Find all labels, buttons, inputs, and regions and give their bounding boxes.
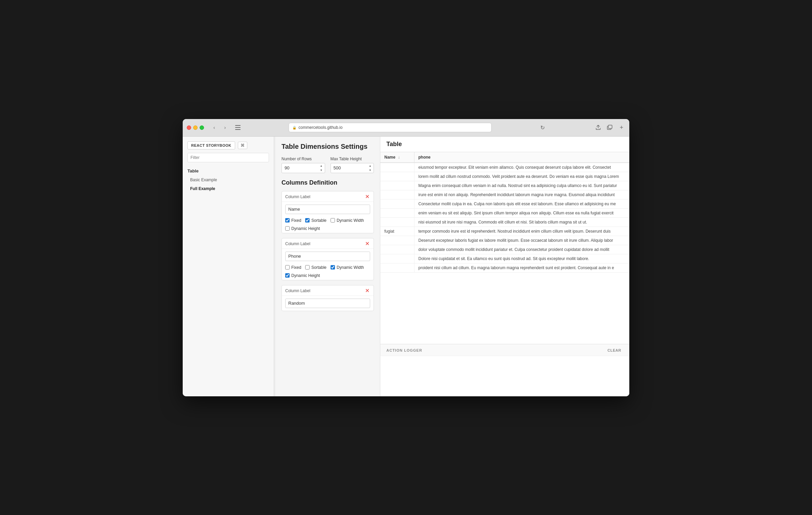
table-title: Table: [380, 137, 629, 152]
remove-column-random-button[interactable]: ✕: [364, 288, 370, 294]
back-button[interactable]: ‹: [209, 124, 219, 131]
column-header-phone[interactable]: phone: [414, 152, 629, 163]
dynamic-height-checkbox-label-name[interactable]: Dynamic Height: [285, 226, 320, 231]
dynamic-width-checkbox-name[interactable]: [331, 218, 335, 223]
column-card-name: Column Label ✕ Fixed Sortable Dyn: [281, 191, 374, 233]
dynamic-width-checkbox-label-name[interactable]: Dynamic Width: [331, 218, 364, 223]
svg-rect-2: [235, 129, 241, 130]
brand-button[interactable]: REACT STORYBOOK: [187, 141, 235, 149]
new-window-button[interactable]: [605, 124, 614, 131]
address-bar[interactable]: 🔒 commercetools.github.io: [289, 123, 492, 132]
table-scroll-wrapper[interactable]: Name ↓ phone eiusmod tempor excepteur. E…: [380, 152, 629, 341]
table-row: proident nisi cillum ad cillum. Eu magna…: [380, 263, 629, 272]
columns-definition-title: Columns Definition: [281, 179, 374, 186]
table-row: irure est enim id non aliquip. Reprehend…: [380, 190, 629, 199]
fixed-checkbox-label-name[interactable]: Fixed: [285, 218, 301, 223]
height-decrement[interactable]: ▼: [367, 168, 373, 172]
minimize-button[interactable]: [193, 125, 198, 130]
column-phone-input[interactable]: [285, 252, 370, 261]
cell-name-9: [380, 245, 414, 254]
rows-label: Number of Rows: [281, 157, 325, 161]
dynamic-width-checkbox-label-phone[interactable]: Dynamic Width: [331, 265, 364, 270]
table-row: Deserunt excepteur laboris fugiat ex lab…: [380, 236, 629, 245]
cell-phone-0: eiusmod tempor excepteur. Elit veniam en…: [414, 163, 629, 172]
dimensions-fields: Number of Rows ▲ ▼ Max Table Height: [281, 157, 374, 173]
cell-phone-6: nisi eiusmod sit irure nisi magna. Commo…: [414, 217, 629, 227]
forward-button[interactable]: ›: [220, 124, 230, 131]
sortable-checkbox-name[interactable]: [305, 218, 310, 223]
rows-input-wrapper: ▲ ▼: [281, 163, 325, 173]
sidebar-toggle-button[interactable]: [233, 124, 243, 131]
fixed-checkbox-label-phone[interactable]: Fixed: [285, 265, 301, 270]
sort-indicator-name: ↓: [398, 155, 400, 160]
keyboard-shortcut: ⌘: [238, 142, 247, 149]
cell-phone-2: Magna enim consequat cillum veniam in ad…: [414, 181, 629, 190]
dynamic-height-checkbox-name[interactable]: [285, 226, 290, 231]
remove-column-name-button[interactable]: ✕: [364, 194, 370, 200]
clear-button[interactable]: CLEAR: [606, 348, 623, 353]
sidebar-item-basic-example[interactable]: Basic Example: [183, 175, 274, 184]
sidebar-item-full-example[interactable]: Full Example: [183, 184, 274, 193]
cell-phone-5: enim veniam eu sit est aliquip. Sint ips…: [414, 208, 629, 217]
filter-input[interactable]: [187, 153, 269, 162]
dynamic-height-checkbox-label-phone[interactable]: Dynamic Height: [285, 273, 320, 278]
height-increment[interactable]: ▲: [367, 164, 373, 168]
column-name-input[interactable]: [285, 205, 370, 214]
action-logger-content: [380, 356, 629, 396]
table-row: nisi eiusmod sit irure nisi magna. Commo…: [380, 217, 629, 227]
nav-buttons: ‹ ›: [209, 124, 230, 131]
fixed-checkbox-phone[interactable]: [285, 265, 290, 270]
remove-column-phone-button[interactable]: ✕: [364, 241, 370, 247]
column-name-options-row1: Fixed Sortable Dynamic Width: [282, 217, 374, 225]
cell-phone-3: irure est enim id non aliquip. Reprehend…: [414, 190, 629, 199]
action-logger-title: ACTION LOGGER: [386, 348, 422, 352]
rows-increment[interactable]: ▲: [318, 164, 324, 168]
rows-decrement[interactable]: ▼: [318, 168, 324, 172]
dynamic-height-checkbox-phone[interactable]: [285, 273, 290, 278]
table-container: Name ↓ phone eiusmod tempor excepteur. E…: [380, 152, 629, 344]
share-button[interactable]: [593, 124, 603, 131]
dynamic-width-checkbox-phone[interactable]: [331, 265, 335, 270]
cell-phone-1: lorem mollit ad cillum nostrud commodo. …: [414, 172, 629, 181]
table-row: Magna enim consequat cillum veniam in ad…: [380, 181, 629, 190]
cell-phone-10: Dolore nisi cupidatat et sit. Ea ullamco…: [414, 254, 629, 263]
table-head: Name ↓ phone: [380, 152, 629, 163]
column-header-name[interactable]: Name ↓: [380, 152, 414, 163]
browser-actions: [593, 124, 614, 131]
fixed-checkbox-name[interactable]: [285, 218, 290, 223]
table-body: eiusmod tempor excepteur. Elit veniam en…: [380, 163, 629, 273]
cell-name-7: fugiat: [380, 227, 414, 236]
table-area: Table Name ↓ phone: [380, 137, 629, 396]
table-row: Dolore nisi cupidatat et sit. Ea ullamco…: [380, 254, 629, 263]
cell-name-5: [380, 208, 414, 217]
column-random-input[interactable]: [285, 299, 370, 308]
sortable-checkbox-label-phone[interactable]: Sortable: [305, 265, 326, 270]
sortable-checkbox-label-name[interactable]: Sortable: [305, 218, 326, 223]
column-card-random-header: Column Label ✕: [282, 285, 374, 296]
cell-name-0: [380, 163, 414, 172]
sidebar: REACT STORYBOOK ⌘ Table Basic Example Fu…: [183, 137, 274, 396]
control-panel: Table Dimensions Settings Number of Rows…: [275, 137, 380, 396]
column-card-random: Column Label ✕: [281, 285, 374, 311]
rows-spinner: ▲ ▼: [318, 164, 324, 172]
reload-button[interactable]: ↻: [538, 124, 547, 131]
cell-phone-4: Consectetur mollit culpa in ea. Culpa no…: [414, 199, 629, 208]
cell-name-4: [380, 199, 414, 208]
close-button[interactable]: [187, 125, 191, 130]
sortable-checkbox-phone[interactable]: [305, 265, 310, 270]
lock-icon: 🔒: [292, 126, 296, 130]
table-row: enim veniam eu sit est aliquip. Sint ips…: [380, 208, 629, 217]
height-input-wrapper: ▲ ▼: [331, 163, 374, 173]
cell-name-3: [380, 190, 414, 199]
cell-phone-9: dolor voluptate commodo mollit incididun…: [414, 245, 629, 254]
new-tab-button[interactable]: +: [618, 124, 625, 131]
cell-name-11: [380, 263, 414, 272]
cell-name-1: [380, 172, 414, 181]
maximize-button[interactable]: [200, 125, 204, 130]
sidebar-section-table: Table: [183, 166, 274, 175]
cell-phone-7: tempor commodo irure est id reprehenderi…: [414, 227, 629, 236]
control-panel-title: Table Dimensions Settings: [281, 143, 374, 150]
column-phone-options-row1: Fixed Sortable Dynamic Width: [282, 264, 374, 272]
svg-rect-1: [235, 127, 241, 128]
column-card-name-header: Column Label ✕: [282, 191, 374, 202]
